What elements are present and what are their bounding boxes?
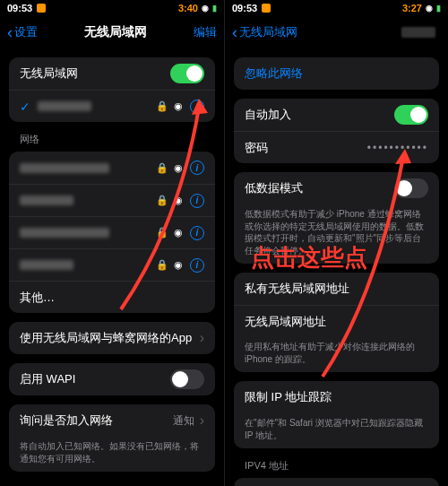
alarm-icon — [262, 4, 271, 13]
forget-section: 忽略此网络 — [234, 57, 439, 90]
private-addr-footer: 使用私有地址有助于减少对你连接此网络的 iPhone 的跟踪。 — [234, 337, 439, 372]
chevron-icon — [194, 330, 204, 346]
auto-join-toggle[interactable] — [394, 105, 428, 125]
wifi-master-row[interactable]: 无线局域网 — [9, 57, 215, 90]
wifi-signal-icon: ◉ — [174, 259, 183, 271]
wifi-signal-icon: ◉ — [174, 162, 183, 174]
lock-icon: 🔒 — [156, 259, 168, 271]
limit-tracking-row[interactable]: 限制 IP 地址跟踪 — [234, 381, 439, 413]
lock-icon: 🔒 — [156, 227, 168, 239]
wifi-toggle[interactable] — [170, 64, 204, 83]
info-icon[interactable]: i — [190, 258, 204, 273]
back-button[interactable]: 无线局域网 — [232, 24, 297, 40]
phone-left-wifi-settings: 09:53 3:40 ◉ 设置 无线局域网 编辑 无线局域网 ✓ 🔒 ◉ — [0, 0, 224, 486]
battery-icon — [212, 4, 217, 13]
phone-right-wifi-detail: 09:53 3:27 ◉ 无线局域网 忽略此网络 自动加入 密码 ••••• — [224, 0, 448, 486]
limit-tracking-footer: 在"邮件"和 Safari 浏览器中对已知跟踪器隐藏 IP 地址。 — [234, 413, 439, 448]
low-data-toggle[interactable] — [394, 178, 428, 198]
networks-section: 🔒 ◉ i 🔒 ◉ i 🔒 ◉ i 🔒 ◉ i — [9, 152, 215, 313]
network-row[interactable]: 🔒 ◉ i — [9, 152, 215, 184]
nav-bar: 设置 无线局域网 编辑 — [0, 16, 224, 48]
status-time: 09:53 — [232, 3, 257, 13]
private-addr-header-row[interactable]: 私有无线局域网地址 — [234, 273, 439, 305]
alarm-icon — [37, 4, 46, 13]
network-row[interactable]: 🔒 ◉ i — [9, 248, 215, 281]
ssid-obscured — [20, 163, 109, 173]
password-dots: ••••••••••• — [367, 142, 428, 154]
wifi-signal-icon: ◉ — [174, 100, 183, 112]
nav-bar: 无线局域网 — [225, 16, 448, 48]
ssid-obscured — [20, 195, 73, 205]
status-time: 09:53 — [7, 3, 32, 13]
info-icon[interactable]: i — [190, 161, 204, 175]
info-icon[interactable]: i — [190, 226, 204, 240]
wifi-signal-icon: ◉ — [174, 195, 183, 206]
checkmark-icon: ✓ — [20, 100, 30, 114]
status-bar: 09:53 3:27 ◉ — [225, 0, 448, 16]
lock-icon: 🔒 — [156, 195, 168, 206]
wifi-master-label: 无线局域网 — [20, 65, 170, 82]
connected-network-row[interactable]: ✓ 🔒 ◉ i — [9, 90, 215, 122]
low-data-footer: 低数据模式有助于减少 iPhone 通过蜂窝网络或你选择的特定无线局域网使用的数… — [234, 204, 439, 264]
wapi-section: 启用 WAPI — [9, 363, 215, 395]
wifi-address-row[interactable]: 无线局域网地址 — [234, 305, 439, 337]
network-row[interactable]: 🔒 ◉ i — [9, 216, 215, 248]
forget-network-row[interactable]: 忽略此网络 — [234, 57, 439, 90]
wapi-row[interactable]: 启用 WAPI — [9, 363, 215, 395]
password-row[interactable]: 密码 ••••••••••• — [234, 131, 439, 163]
ask-join-row[interactable]: 询问是否加入网络 通知 — [9, 404, 215, 437]
ipv4-header: IPV4 地址 — [245, 459, 428, 473]
auto-join-row[interactable]: 自动加入 — [234, 99, 439, 131]
configure-ip-row[interactable]: 配置 IP — [234, 478, 439, 486]
info-icon[interactable]: i — [190, 194, 204, 208]
networks-header: 网络 — [20, 133, 204, 146]
lock-icon: 🔒 — [156, 162, 168, 174]
ask-join-footer: 将自动加入已知网络。如果没有已知网络，将通知您有可用网络。 — [9, 437, 215, 472]
status-bar: 09:53 3:40 ◉ — [0, 0, 224, 16]
status-counter: 3:40 — [178, 3, 198, 13]
edit-button[interactable]: 编辑 — [194, 24, 217, 40]
info-icon[interactable]: i — [190, 100, 204, 114]
chevron-icon — [194, 412, 204, 429]
other-network-row[interactable]: 其他… — [9, 281, 215, 313]
connected-ssid-obscured — [38, 101, 91, 111]
wapi-toggle[interactable] — [170, 369, 204, 389]
nav-title: 无线局域网 — [38, 24, 194, 40]
wifi-icon: ◉ — [426, 4, 433, 13]
wifi-signal-icon: ◉ — [174, 227, 183, 239]
nav-title-obscured — [401, 27, 435, 38]
apps-section: 使用无线局域网与蜂窝网络的App — [9, 322, 215, 354]
back-button[interactable]: 设置 — [7, 24, 38, 40]
ipv4-section: 配置 IP IP 地址 子网掩码 — [234, 478, 439, 486]
low-data-section: 低数据模式 低数据模式有助于减少 iPhone 通过蜂窝网络或你选择的特定无线局… — [234, 172, 439, 264]
limit-tracking-section: 限制 IP 地址跟踪 在"邮件"和 Safari 浏览器中对已知跟踪器隐藏 IP… — [234, 381, 439, 448]
low-data-row[interactable]: 低数据模式 — [234, 172, 439, 204]
apps-using-wifi-row[interactable]: 使用无线局域网与蜂窝网络的App — [9, 322, 215, 354]
status-counter: 3:27 — [402, 3, 422, 13]
private-addr-section: 私有无线局域网地址 无线局域网地址 使用私有地址有助于减少对你连接此网络的 iP… — [234, 273, 439, 372]
wifi-icon: ◉ — [202, 4, 209, 13]
autojoin-section: 自动加入 密码 ••••••••••• — [234, 99, 439, 163]
ssid-obscured — [20, 260, 73, 270]
ask-join-section: 询问是否加入网络 通知 将自动加入已知网络。如果没有已知网络，将通知您有可用网络… — [9, 404, 215, 472]
network-row[interactable]: 🔒 ◉ i — [9, 184, 215, 216]
battery-icon — [436, 4, 441, 13]
wifi-master-section: 无线局域网 ✓ 🔒 ◉ i — [9, 57, 215, 122]
lock-icon: 🔒 — [156, 100, 168, 112]
ssid-obscured — [20, 228, 109, 238]
